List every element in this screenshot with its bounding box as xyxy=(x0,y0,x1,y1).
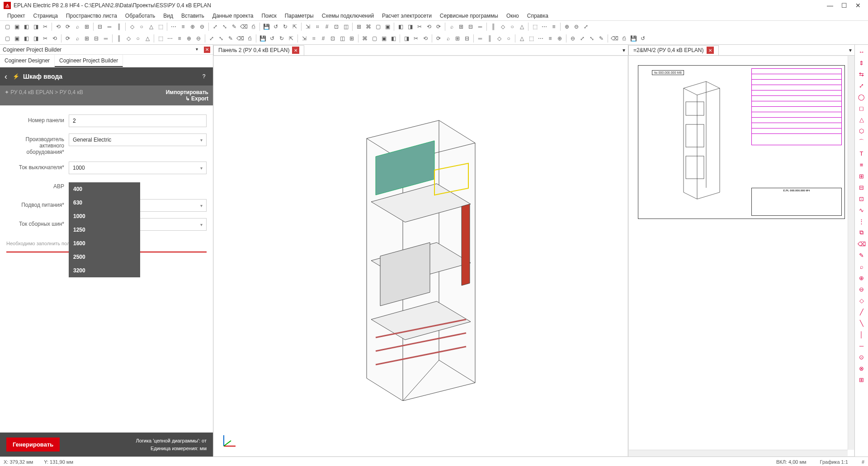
toolbar-button[interactable]: ✂ xyxy=(415,22,424,31)
toolbar-button[interactable]: ⊞ xyxy=(82,22,91,31)
toolbar-button[interactable]: ⇱ xyxy=(287,34,296,43)
toolbar-button[interactable]: ⟳ xyxy=(434,34,443,43)
toolbar-button[interactable]: ✂ xyxy=(41,22,50,31)
toolbar-button[interactable]: ⌗ xyxy=(309,34,318,43)
dropdown-option[interactable]: 1000 xyxy=(69,209,140,223)
viewport-drawing[interactable]: № 000.000.000 МВ E.PL 000.000.000 МЧ xyxy=(628,56,854,456)
panel-dropdown-icon[interactable]: ▾ xyxy=(196,47,202,53)
menu-item[interactable]: Данные проекта xyxy=(209,12,257,20)
toolbar-button[interactable]: ║ xyxy=(485,34,494,43)
toolbar-button[interactable]: ⟳ xyxy=(434,22,443,31)
toolbar-button[interactable]: ║ xyxy=(114,22,123,31)
menu-item[interactable]: Страница xyxy=(30,12,61,20)
viewport-3d[interactable] xyxy=(213,56,628,456)
toolbar-button[interactable]: ◫ xyxy=(338,34,347,43)
toolbar-button[interactable]: ⊟ xyxy=(95,22,104,31)
toolbar-button[interactable]: ⇱ xyxy=(290,22,299,31)
toolbar-button[interactable]: ⇲ xyxy=(300,34,309,43)
toolbar-button[interactable]: # xyxy=(322,22,331,31)
toolbar-button[interactable]: ▣ xyxy=(12,34,21,43)
right-tab-close[interactable]: ✕ xyxy=(707,47,714,54)
right-tool-button[interactable]: ⇕ xyxy=(857,58,867,68)
toolbar-button[interactable]: ▢ xyxy=(373,22,382,31)
toolbar-button[interactable]: ⤢ xyxy=(581,22,590,31)
toolbar-button[interactable]: ⟲ xyxy=(50,34,59,43)
toolbar-button[interactable]: ⌕ xyxy=(443,34,453,43)
toolbar-button[interactable]: ▣ xyxy=(379,34,388,43)
toolbar-button[interactable]: 💾 xyxy=(629,34,638,43)
menu-item[interactable]: Поиск xyxy=(258,12,280,20)
right-tool-button[interactable]: ─ xyxy=(857,341,867,351)
right-tool-button[interactable]: ∿ xyxy=(857,205,867,215)
toolbar-button[interactable]: ⌫ xyxy=(610,34,619,43)
help-button[interactable]: ? xyxy=(199,72,208,81)
toolbar-button[interactable]: ⤡ xyxy=(220,22,229,31)
toolbar-button[interactable]: ⤡ xyxy=(587,34,596,43)
toolbar-button[interactable]: ⌕ xyxy=(447,22,456,31)
toolbar-button[interactable]: ◧ xyxy=(389,34,398,43)
toolbar-button[interactable]: ⤢ xyxy=(211,22,220,31)
right-tool-button[interactable]: ◻ xyxy=(857,103,867,113)
toolbar-button[interactable]: ◨ xyxy=(31,22,40,31)
toolbar-button[interactable]: ⬚ xyxy=(156,34,165,43)
toolbar-button[interactable]: ⌫ xyxy=(236,34,245,43)
toolbar-button[interactable]: ⌕ xyxy=(73,34,82,43)
right-tool-button[interactable]: ╲ xyxy=(857,318,867,328)
toolbar-button[interactable]: ▢ xyxy=(3,22,12,31)
toolbar-button[interactable]: ⊞ xyxy=(82,34,91,43)
toolbar-button[interactable]: ◫ xyxy=(341,22,350,31)
maximize-button[interactable]: ☐ xyxy=(841,2,847,9)
toolbar-button[interactable]: ▢ xyxy=(370,34,379,43)
subtab[interactable]: Cogineer Project Builder xyxy=(55,55,123,67)
right-tool-button[interactable]: ◯ xyxy=(857,92,867,102)
toolbar-button[interactable]: ◨ xyxy=(402,34,411,43)
export-button[interactable]: ↳ Export xyxy=(166,95,208,102)
toolbar-button[interactable]: ✂ xyxy=(41,34,50,43)
toolbar-button[interactable]: ⇲ xyxy=(303,22,312,31)
toolbar-button[interactable]: ⊞ xyxy=(457,22,466,31)
toolbar-button[interactable]: ◇ xyxy=(124,34,133,43)
dropdown-option[interactable]: 3200 xyxy=(69,264,140,277)
toolbar-button[interactable]: ▢ xyxy=(3,34,12,43)
close-button[interactable]: ✕ xyxy=(855,2,861,9)
toolbar-button[interactable]: ⊡ xyxy=(332,22,341,31)
toolbar-button[interactable]: ⌘ xyxy=(364,22,373,31)
toolbar-button[interactable]: ⊕ xyxy=(184,34,193,43)
toolbar-button[interactable]: ═ xyxy=(476,22,485,31)
right-tool-button[interactable]: ↔ xyxy=(857,47,867,57)
toolbar-button[interactable]: ⬚ xyxy=(530,22,539,31)
toolbar-button[interactable]: ⊞ xyxy=(453,34,462,43)
toolbar-button[interactable]: ◧ xyxy=(22,22,31,31)
toolbar-button[interactable]: ⊞ xyxy=(347,34,356,43)
toolbar-button[interactable]: ⌕ xyxy=(73,22,82,31)
right-tool-button[interactable]: ≡ xyxy=(857,160,867,170)
right-tool-button[interactable]: ⊡ xyxy=(857,194,867,204)
right-tool-button[interactable]: ⌕ xyxy=(857,262,867,271)
toolbar-button[interactable]: ○ xyxy=(504,34,513,43)
import-button[interactable]: Импортировать xyxy=(166,89,208,95)
toolbar-button[interactable]: △ xyxy=(517,34,526,43)
manufacturer-select[interactable]: General Electric▾ xyxy=(69,133,207,146)
toolbar-button[interactable]: ◨ xyxy=(406,22,415,31)
toolbar-button[interactable]: ⊞ xyxy=(354,22,363,31)
toolbar-button[interactable]: ⤢ xyxy=(207,34,216,43)
toolbar-button[interactable]: ⤢ xyxy=(578,34,587,43)
toolbar-button[interactable]: ○ xyxy=(137,22,146,31)
toolbar-button[interactable]: ⎙ xyxy=(619,34,628,43)
tab-overflow-icon[interactable]: ▾ xyxy=(620,47,628,53)
toolbar-button[interactable]: ◨ xyxy=(31,34,40,43)
right-tool-button[interactable]: ⊕ xyxy=(857,273,867,283)
toolbar-button[interactable]: ⊟ xyxy=(466,22,475,31)
toolbar-button[interactable]: ○ xyxy=(133,34,142,43)
right-tool-button[interactable]: ⋮ xyxy=(857,216,867,226)
right-tool-button[interactable]: ⇆ xyxy=(857,69,867,79)
toolbar-button[interactable]: ⋯ xyxy=(169,22,178,31)
menu-item[interactable]: Параметры xyxy=(281,12,317,20)
toolbar-button[interactable]: ◇ xyxy=(127,22,137,31)
toolbar-button[interactable]: ↺ xyxy=(638,34,647,43)
toolbar-button[interactable]: ◧ xyxy=(396,22,405,31)
toolbar-button[interactable]: ⎙ xyxy=(245,34,254,43)
toolbar-button[interactable]: ║ xyxy=(114,34,123,43)
toolbar-button[interactable]: ⟳ xyxy=(63,22,72,31)
right-tool-button[interactable]: ⬡ xyxy=(857,126,867,136)
